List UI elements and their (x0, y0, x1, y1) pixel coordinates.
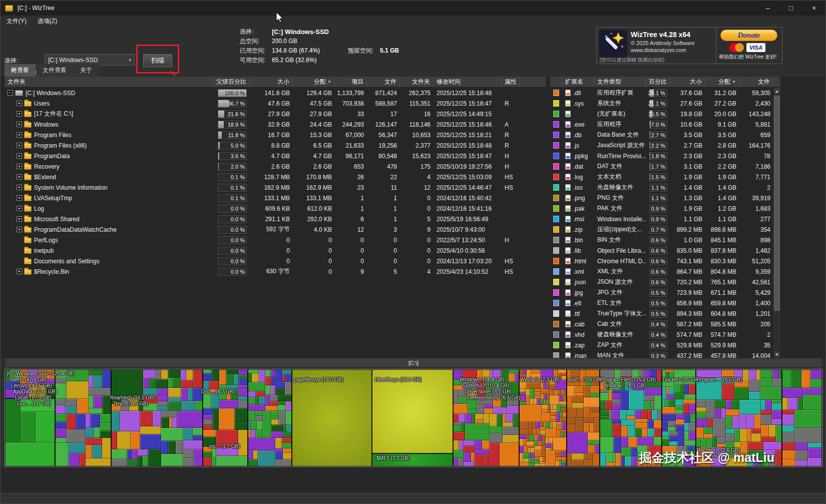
website-link[interactable]: www.diskanalyzer.com (631, 47, 686, 53)
filetype-row[interactable]: .zip压缩(zipped)文...0.7 %899.2 MB898.8 MB3… (550, 224, 780, 235)
cell-files: 11 (367, 182, 400, 193)
tab-tree[interactable]: 树查看 (5, 64, 36, 77)
column-header[interactable]: 大小 (670, 77, 705, 87)
filetype-row[interactable]: .log文本文档1.5 %1.9 GB1.9 GB7,771 (550, 172, 780, 182)
expander-expand-icon[interactable]: + (17, 206, 22, 211)
cell-percent: 2.0 % (215, 161, 250, 172)
expander-expand-icon[interactable]: + (17, 111, 22, 117)
folder-row[interactable]: −[C:] Windows-SSD100.0 %141.6 GB129.4 GB… (5, 88, 546, 98)
filetype-row[interactable]: .ppkgRunTime Provisi...1.8 %2.3 GB2.3 GB… (550, 151, 780, 161)
folder-row[interactable]: inetpub0.0 %000002025/4/10 0:30:56 (5, 245, 546, 256)
tab-about[interactable]: 关于 (74, 64, 99, 77)
column-header[interactable]: 分配▼ (293, 77, 335, 87)
expander-expand-icon[interactable]: + (17, 216, 22, 222)
menu-file[interactable]: 文件(Y) (2, 16, 32, 27)
scrollbar-thumb[interactable] (774, 96, 780, 311)
expander-expand-icon[interactable]: + (17, 227, 22, 232)
column-header[interactable]: 扩展名 (562, 77, 594, 87)
filetype-row[interactable]: .jsJavaScript 源文件2.2 %2.7 GB2.8 GB164,17… (550, 140, 780, 151)
treemap-label: AppData\ (33.6 GB) (13, 389, 57, 394)
column-header[interactable]: 文件夹 (400, 77, 434, 87)
folder-row[interactable]: Documents and Settings0.0 %000002024/12/… (5, 256, 546, 266)
tab-fileview[interactable]: 文件查看 (36, 64, 73, 77)
filetype-row[interactable]: .htmlChrome HTML D...0.6 %743.1 MB830.3 … (550, 256, 780, 266)
folder-row[interactable]: PerfLogs0.0 %000002022/5/7 13:24:50H (5, 235, 546, 245)
folder-row[interactable]: +$Recycle.Bin0.0 %630 字节09542025/4/23 14… (5, 266, 546, 277)
column-header[interactable]: 文件 (367, 77, 400, 87)
file-icon (565, 352, 571, 358)
minimize-button[interactable]: – (756, 1, 779, 16)
filetype-row[interactable]: .exe应用程序7.0 %10.6 GB9.1 GB5,881 (550, 119, 780, 130)
filetype-scrollbar[interactable]: ▲ ▼ (773, 88, 780, 358)
chevron-down-icon[interactable]: ▾ (129, 58, 131, 63)
column-header[interactable]: 文件 (739, 77, 773, 87)
filetype-row[interactable]: .etlETL 文件0.5 %656.9 MB659.8 MB1,400 (550, 298, 780, 308)
treemap[interactable]: [C:] Windows-SSD (129.4 GB)Users\ (47.5 … (5, 369, 822, 467)
filetype-row[interactable]: .dbData Base 文件2.7 %3.5 GB3.5 GB659 (550, 130, 780, 140)
folder-row[interactable]: +Recovery2.0 %2.6 GB2.6 GB6534781752025/… (5, 161, 546, 172)
filetype-row[interactable]: .sys系统文件21.1 %27.6 GB27.2 GB2,430 (550, 98, 780, 109)
column-header[interactable]: 项目 (335, 77, 367, 87)
scroll-up-icon[interactable]: ▲ (773, 88, 780, 95)
expander-expand-icon[interactable]: + (17, 269, 22, 274)
filetype-row[interactable]: .binBIN 文件0.6 %1.0 GB845.1 MB898 (550, 235, 780, 245)
folder-row[interactable]: +$Extend0.1 %128.7 MB170.8 MB262242025/1… (5, 172, 546, 182)
column-header[interactable]: 父级百分比 (215, 77, 250, 87)
filetype-row[interactable]: .datDAT 文件1.7 %3.1 GB2.2 GB7,186 (550, 161, 780, 172)
filetype-row[interactable]: .xmlXML 文件0.6 %864.7 MB804.8 MB9,359 (550, 266, 780, 277)
column-header[interactable]: 文件类型 (594, 77, 646, 87)
folder-row[interactable]: +Program Files11.8 %16.7 GB15.3 GB67,000… (5, 130, 546, 140)
folder-row[interactable]: +Windows18.9 %32.9 GB24.4 GB244,293126,1… (5, 119, 546, 130)
filetype-row[interactable]: .jsonJSON 源文件0.6 %720.2 MB765.1 MB42,561 (550, 277, 780, 287)
filetype-row[interactable]: .vhd硬盘映像文件0.4 %574.7 MB574.7 MB2 (550, 329, 780, 340)
menu-options[interactable]: 选项(Z) (33, 16, 62, 27)
column-header[interactable]: 修改时间 (434, 77, 502, 87)
filetype-row[interactable]: .manMAN 文件0.3 %437.2 MB457.8 MB14,004 (550, 350, 780, 358)
folder-row[interactable]: +LVASetupTmp0.1 %133.1 MB133.1 MB1102024… (5, 193, 546, 203)
cell-filetype: 光盘映像文件 (594, 182, 646, 193)
column-header[interactable]: 分配▼ (705, 77, 739, 87)
folder-row[interactable]: +ProgramData3.6 %4.7 GB4.7 GB96,17180,54… (5, 151, 546, 161)
maximize-button[interactable]: □ (779, 1, 802, 16)
filetype-row[interactable]: .jpgJPG 文件0.5 %723.9 MB671.1 MB5,429 (550, 287, 780, 298)
column-header[interactable]: 百分比 (646, 77, 670, 87)
expander-expand-icon[interactable]: + (17, 122, 22, 127)
filetype-row[interactable]: .pakPAK 文件0.9 %1.9 GB1.2 GB1,683 (550, 203, 780, 214)
folder-row[interactable]: +ProgramDataDataWatchCache0.0 %592 字节4.0… (5, 224, 546, 235)
percent-bar: 0.1 % (218, 194, 247, 202)
folder-row[interactable]: +Users36.7 %47.6 GB47.5 GB703,938588,587… (5, 98, 546, 109)
filetype-row[interactable]: .cabCab 文件0.4 %587.2 MB585.5 MB205 (550, 319, 780, 329)
folder-row[interactable]: +Microsoft Shared0.0 %291.1 KB292.0 KB61… (5, 214, 546, 224)
filetype-row[interactable]: .pngPNG 文件1.1 %1.3 GB1.4 GB39,919 (550, 193, 780, 203)
filetype-row[interactable]: .dll应用程序扩展24.1 %37.6 GB31.2 GB59,305 (550, 88, 780, 98)
expander-expand-icon[interactable]: + (17, 101, 22, 106)
percent-bar: 100.0 % (218, 89, 247, 97)
filetype-row[interactable]: .msiWindows Installe...0.9 %1.1 GB1.1 GB… (550, 214, 780, 224)
expander-expand-icon[interactable]: + (17, 174, 22, 180)
cell-alloc: 292.0 KB (293, 214, 335, 224)
folder-row[interactable]: +Program Files (x86)5.0 %8.8 GB6.5 GB21,… (5, 140, 546, 151)
expander-expand-icon[interactable]: + (17, 164, 22, 169)
folder-row[interactable]: +System Volume Information0.1 %162.9 MB1… (5, 182, 546, 193)
filetype-row[interactable]: .libObject File Libra...0.6 %835.0 MB837… (550, 245, 780, 256)
close-button[interactable]: × (802, 1, 825, 16)
expander-expand-icon[interactable]: + (17, 143, 22, 148)
column-header[interactable]: 属性 (502, 77, 520, 87)
donate-button[interactable]: Donate (720, 30, 777, 41)
folder-row[interactable]: +[17 文件在 C:\]21.6 %27.9 GB27.9 GB3317162… (5, 109, 546, 119)
expander-expand-icon[interactable]: + (17, 195, 22, 201)
column-header[interactable]: 大小 (250, 77, 293, 87)
expander-expand-icon[interactable]: + (17, 185, 22, 190)
expander-expand-icon[interactable]: + (17, 153, 22, 159)
column-header[interactable] (550, 77, 562, 87)
column-header[interactable]: 文件夹 (5, 77, 215, 87)
scroll-down-icon[interactable]: ▼ (773, 351, 780, 358)
filetype-color-swatch (553, 174, 559, 180)
expander-collapse-icon[interactable]: − (8, 90, 13, 96)
filetype-row[interactable]: .zapZAP 文件0.4 %529.8 MB529.9 MB35 (550, 340, 780, 350)
expander-expand-icon[interactable]: + (17, 132, 22, 138)
filetype-row[interactable]: .ttfTrueType 字体文...0.5 %894.3 MB604.8 MB… (550, 308, 780, 319)
filetype-row[interactable]: (无扩展名)15.5 %19.8 GB20.0 GB143,248 (550, 109, 780, 119)
folder-row[interactable]: +Log0.0 %609.6 KB612.0 KB1102024/12/16 1… (5, 203, 546, 214)
filetype-row[interactable]: .iso光盘映像文件1.1 %1.4 GB1.4 GB2 (550, 182, 780, 193)
